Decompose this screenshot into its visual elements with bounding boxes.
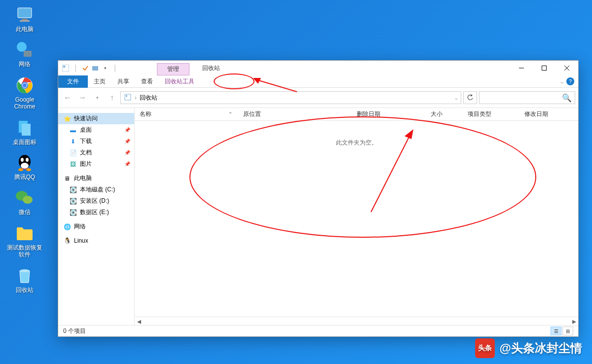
pin-icon: 📌 bbox=[124, 127, 130, 133]
nav-this-pc[interactable]: 🖥 此电脑 bbox=[58, 173, 134, 184]
titlebar: | ▾ | 管理 回收站 bbox=[58, 61, 578, 75]
column-original-location[interactable]: 原位置 bbox=[238, 110, 352, 118]
window-controls bbox=[510, 61, 578, 75]
divider-icon: | bbox=[71, 64, 80, 73]
ribbon-tabs: 文件 主页 共享 查看 回收站工具 ⌵ ? bbox=[58, 75, 578, 88]
nav-label: 此电脑 bbox=[74, 174, 92, 182]
desktop-icon-this-pc[interactable]: 此电脑 bbox=[15, 5, 35, 33]
search-input[interactable] bbox=[482, 94, 562, 101]
network-icon: 🌐 bbox=[63, 223, 71, 231]
minimize-button[interactable] bbox=[510, 61, 533, 75]
ribbon-tab-file[interactable]: 文件 bbox=[58, 75, 88, 88]
svg-rect-27 bbox=[125, 94, 131, 100]
nav-drive-e[interactable]: 💽 数据区 (E:) bbox=[58, 207, 134, 218]
ribbon-tab-recycle-tools[interactable]: 回收站工具 bbox=[159, 75, 200, 88]
nav-downloads[interactable]: ⬇ 下载 📌 bbox=[58, 136, 134, 147]
desktop-icon-label: 回收站 bbox=[16, 287, 34, 293]
nav-label: 数据区 (E:) bbox=[80, 208, 109, 217]
desktop-icon-chrome[interactable]: Google Chrome bbox=[14, 75, 36, 110]
scroll-left-button[interactable]: ◂ bbox=[135, 318, 143, 325]
column-date-modified[interactable]: 修改日期 bbox=[519, 110, 578, 118]
refresh-button[interactable] bbox=[463, 91, 477, 104]
navigation-bar: ← → ▾ ↑ › 回收站 ⌵ 🔍 bbox=[61, 90, 575, 106]
svg-rect-22 bbox=[92, 66, 98, 71]
nav-drive-d[interactable]: 💽 安装区 (D:) bbox=[58, 195, 134, 207]
folder-icon[interactable] bbox=[91, 64, 100, 73]
globe-icon bbox=[15, 40, 35, 60]
desktop-icon: ▬ bbox=[69, 126, 77, 134]
history-dropdown[interactable]: ▾ bbox=[91, 91, 104, 104]
chevron-down-icon[interactable]: ⌵ bbox=[560, 79, 563, 84]
desktop-icon-qq[interactable]: 腾讯QQ bbox=[14, 153, 36, 181]
desktop-icon-label: 微信 bbox=[19, 209, 31, 216]
chevron-down-icon[interactable]: ▾ bbox=[101, 64, 110, 73]
breadcrumb-separator: › bbox=[135, 94, 137, 101]
breadcrumb-location[interactable]: 回收站 bbox=[140, 94, 157, 102]
up-button[interactable]: ↑ bbox=[106, 91, 118, 104]
view-details-button[interactable]: ☰ bbox=[551, 327, 561, 335]
svg-point-15 bbox=[18, 168, 23, 171]
desktop-icon-wechat[interactable]: 微信 bbox=[15, 188, 35, 216]
desktop-icon-label: 桌面图标 bbox=[13, 139, 37, 146]
picture-icon: 🖼 bbox=[69, 160, 77, 168]
nav-drive-c[interactable]: 💽 本地磁盘 (C:) bbox=[58, 184, 134, 195]
svg-point-16 bbox=[26, 168, 31, 171]
scroll-right-button[interactable]: ▸ bbox=[570, 318, 578, 325]
back-button[interactable]: ← bbox=[61, 91, 74, 104]
pin-icon: 📌 bbox=[124, 139, 130, 144]
desktop-icon-network[interactable]: 网络 bbox=[15, 40, 35, 68]
nav-label: 快速访问 bbox=[74, 114, 98, 123]
drive-icon: 💽 bbox=[69, 209, 77, 217]
empty-folder-message: 此文件夹为空。 bbox=[135, 139, 578, 147]
forward-button[interactable]: → bbox=[76, 91, 89, 104]
column-size[interactable]: 大小 bbox=[426, 110, 463, 118]
properties-icon[interactable] bbox=[81, 64, 90, 73]
help-icon[interactable]: ? bbox=[566, 77, 574, 85]
recycle-bin-icon bbox=[15, 266, 35, 286]
nav-quick-access[interactable]: ⭐ 快速访问 bbox=[58, 113, 134, 124]
ribbon-tab-home[interactable]: 主页 bbox=[88, 75, 111, 88]
nav-label: 网络 bbox=[74, 222, 86, 231]
view-large-icons-button[interactable]: ⊞ bbox=[562, 327, 573, 335]
watermark-text: @头条冰封尘情 bbox=[500, 340, 582, 356]
nav-network[interactable]: 🌐 网络 bbox=[58, 221, 134, 232]
chevron-down-icon[interactable]: ⌵ bbox=[455, 95, 458, 101]
nav-label: 本地磁盘 (C:) bbox=[80, 185, 115, 194]
nav-desktop[interactable]: ▬ 桌面 📌 bbox=[58, 124, 134, 136]
ribbon-tab-share[interactable]: 共享 bbox=[111, 75, 135, 88]
svg-point-12 bbox=[21, 163, 29, 169]
svg-rect-4 bbox=[24, 51, 32, 57]
nav-documents[interactable]: 📄 文档 📌 bbox=[58, 147, 134, 158]
search-icon[interactable]: 🔍 bbox=[562, 93, 572, 103]
nav-label: 下载 bbox=[80, 137, 92, 146]
pin-icon: 📌 bbox=[124, 161, 130, 167]
desktop-icon-desktop-icons[interactable]: 桌面图标 bbox=[13, 118, 37, 146]
recycle-bin-icon bbox=[124, 93, 132, 103]
svg-rect-28 bbox=[126, 95, 127, 97]
nav-label: 安装区 (D:) bbox=[80, 197, 109, 205]
column-item-type[interactable]: 项目类型 bbox=[463, 110, 519, 118]
horizontal-scrollbar[interactable]: ◂ ▸ bbox=[135, 317, 578, 325]
close-button[interactable] bbox=[555, 61, 578, 75]
address-bar[interactable]: › 回收站 ⌵ bbox=[120, 91, 461, 104]
desktop-icon-label: 此电脑 bbox=[16, 26, 34, 33]
status-bar: 0 个项目 ☰ ⊞ bbox=[58, 325, 578, 336]
ribbon-tab-view[interactable]: 查看 bbox=[135, 75, 159, 88]
svg-rect-2 bbox=[20, 20, 30, 22]
svg-rect-1 bbox=[22, 19, 28, 20]
nav-label: Linux bbox=[74, 237, 88, 244]
column-date-deleted[interactable]: 删除日期 bbox=[352, 110, 426, 118]
watermark-logo: 头条 bbox=[475, 338, 495, 358]
monitor-icon: 🖥 bbox=[63, 175, 71, 182]
nav-linux[interactable]: 🐧 Linux bbox=[58, 235, 134, 246]
search-box[interactable]: 🔍 bbox=[479, 91, 575, 104]
file-list-area[interactable] bbox=[135, 147, 578, 317]
sort-indicator-icon: ⌃ bbox=[228, 111, 233, 118]
maximize-button[interactable] bbox=[533, 61, 555, 75]
column-name[interactable]: 名称⌃ bbox=[135, 110, 238, 118]
svg-point-8 bbox=[23, 83, 27, 87]
linux-icon: 🐧 bbox=[63, 237, 71, 245]
nav-pictures[interactable]: 🖼 图片 📌 bbox=[58, 158, 134, 170]
desktop-icon-recycle-bin[interactable]: 回收站 bbox=[15, 266, 35, 293]
desktop-icon-test-recovery[interactable]: 测试数据恢复 软件 bbox=[7, 223, 42, 258]
